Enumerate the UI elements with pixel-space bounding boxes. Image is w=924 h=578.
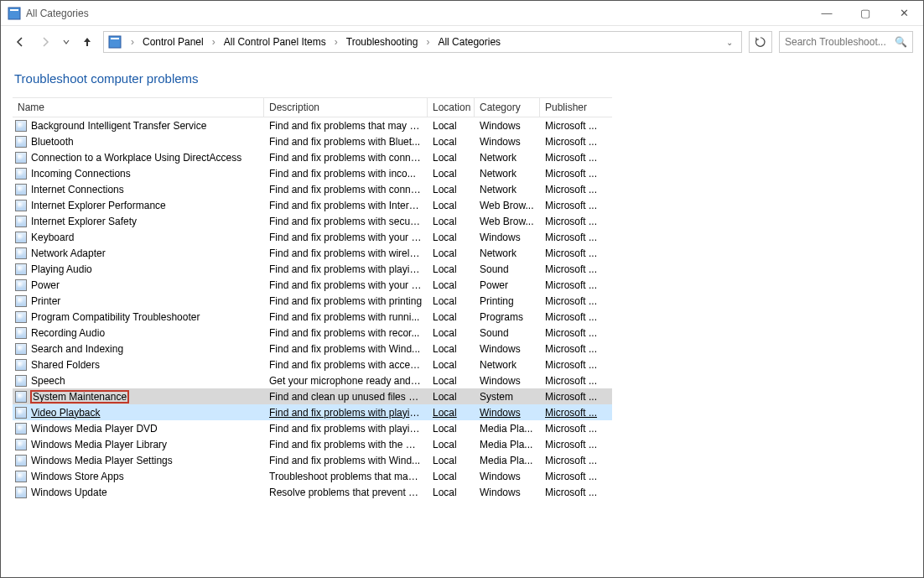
table-row[interactable]: Internet ConnectionsFind and fix problem… bbox=[13, 181, 612, 197]
table-row[interactable]: KeyboardFind and fix problems with your … bbox=[13, 229, 612, 245]
cell-description: Find and fix problems with playin... bbox=[264, 407, 428, 419]
breadcrumb-all-items[interactable]: All Control Panel Items bbox=[221, 36, 330, 48]
cell-publisher: Microsoft ... bbox=[540, 359, 609, 371]
row-label: Internet Connections bbox=[31, 184, 124, 195]
cell-description: Find and fix problems with Wind... bbox=[264, 343, 428, 355]
title-bar: All Categories — ▢ ✕ bbox=[1, 1, 923, 26]
cell-location: Local bbox=[428, 375, 475, 387]
cell-category: Web Brow... bbox=[475, 200, 540, 211]
breadcrumb-control-panel[interactable]: Control Panel bbox=[139, 36, 207, 48]
row-label: Internet Explorer Performance bbox=[31, 200, 166, 211]
cell-category: Sound bbox=[475, 327, 540, 339]
table-row[interactable]: Background Intelligent Transfer ServiceF… bbox=[13, 117, 612, 133]
table-row[interactable]: Internet Explorer PerformanceFind and fi… bbox=[13, 197, 612, 213]
cell-description: Find and fix problems with Wind... bbox=[264, 455, 428, 466]
cell-publisher: Microsoft ... bbox=[540, 232, 609, 243]
table-row[interactable]: Video PlaybackFind and fix problems with… bbox=[13, 404, 612, 420]
table-row[interactable]: Internet Explorer SafetyFind and fix pro… bbox=[13, 213, 612, 229]
row-label: Speech bbox=[31, 375, 65, 387]
table-row[interactable]: SpeechGet your microphone ready and f...… bbox=[13, 372, 612, 388]
row-label: Internet Explorer Safety bbox=[31, 216, 137, 227]
breadcrumb-sep-icon[interactable]: › bbox=[331, 36, 341, 48]
column-header-description[interactable]: Description bbox=[264, 98, 428, 117]
content-area: Troubleshoot computer problems Name Desc… bbox=[1, 58, 923, 577]
cell-category: Media Pla... bbox=[475, 439, 540, 450]
cell-publisher: Microsoft ... bbox=[540, 120, 609, 132]
up-button[interactable] bbox=[78, 33, 96, 51]
search-input[interactable] bbox=[785, 36, 907, 48]
search-box[interactable]: 🔍 bbox=[779, 31, 913, 53]
cell-category: Web Brow... bbox=[475, 216, 540, 227]
cell-publisher: Microsoft ... bbox=[540, 279, 609, 291]
cell-location: Local bbox=[428, 216, 475, 227]
table-row[interactable]: PrinterFind and fix problems with printi… bbox=[13, 293, 612, 309]
cell-location: Local bbox=[428, 343, 475, 355]
table-row[interactable]: Windows Media Player DVDFind and fix pro… bbox=[13, 420, 612, 436]
table-row[interactable]: Playing AudioFind and fix problems with … bbox=[13, 261, 612, 277]
refresh-button[interactable] bbox=[749, 31, 772, 53]
cell-publisher: Microsoft ... bbox=[540, 407, 609, 419]
cell-publisher: Microsoft ... bbox=[540, 439, 609, 450]
table-row[interactable]: Windows Store AppsTroubleshoot problems … bbox=[13, 468, 612, 484]
cell-description: Find and fix problems with securi... bbox=[264, 216, 428, 227]
cell-category: Media Pla... bbox=[475, 455, 540, 466]
search-index-icon bbox=[14, 342, 28, 356]
recent-locations-dropdown[interactable] bbox=[61, 33, 71, 51]
breadcrumb-sep-icon[interactable]: › bbox=[209, 36, 219, 48]
breadcrumb-all-categories[interactable]: All Categories bbox=[434, 36, 504, 48]
table-row[interactable]: Search and IndexingFind and fix problems… bbox=[13, 341, 612, 357]
table-row[interactable]: Connection to a Workplace Using DirectAc… bbox=[13, 149, 612, 165]
table-row[interactable]: System MaintenanceFind and clean up unus… bbox=[13, 388, 612, 404]
table-row[interactable]: Windows Media Player SettingsFind and fi… bbox=[13, 452, 612, 468]
breadcrumb-troubleshooting[interactable]: Troubleshooting bbox=[343, 36, 422, 48]
row-label: Shared Folders bbox=[31, 359, 100, 371]
shared-folders-icon bbox=[14, 358, 28, 372]
cell-name: Speech bbox=[13, 374, 264, 388]
table-row[interactable]: Windows UpdateResolve problems that prev… bbox=[13, 484, 612, 500]
minimize-button[interactable]: — bbox=[807, 1, 846, 25]
table-row[interactable]: Network AdapterFind and fix problems wit… bbox=[13, 245, 612, 261]
column-header-publisher[interactable]: Publisher bbox=[540, 98, 609, 117]
row-label: Connection to a Workplace Using DirectAc… bbox=[31, 152, 241, 164]
table-row[interactable]: PowerFind and fix problems with your c..… bbox=[13, 277, 612, 293]
cell-category: Windows bbox=[475, 407, 540, 419]
back-button[interactable] bbox=[11, 33, 29, 51]
cell-description: Find and fix problems with playin... bbox=[264, 263, 428, 275]
table-row[interactable]: Windows Media Player LibraryFind and fix… bbox=[13, 436, 612, 452]
svg-rect-1 bbox=[10, 9, 18, 11]
cell-name: System Maintenance bbox=[13, 390, 264, 404]
breadcrumb-sep-icon[interactable]: › bbox=[127, 36, 138, 48]
wmp-set-icon bbox=[14, 454, 28, 467]
cell-description: Find and fix problems with playin... bbox=[264, 423, 428, 435]
cell-location: Local bbox=[428, 120, 475, 132]
cell-description: Find and clean up unused files an... bbox=[264, 391, 428, 403]
column-header-location[interactable]: Location bbox=[428, 98, 475, 117]
table-row[interactable]: Program Compatibility TroubleshooterFind… bbox=[13, 309, 612, 325]
table-row[interactable]: Incoming ConnectionsFind and fix problem… bbox=[13, 165, 612, 181]
table-header: Name Description Location Category Publi… bbox=[13, 97, 612, 117]
cell-publisher: Microsoft ... bbox=[540, 136, 609, 148]
cell-category: Windows bbox=[475, 471, 540, 482]
cell-name: Keyboard bbox=[13, 231, 264, 244]
table-row[interactable]: Recording AudioFind and fix problems wit… bbox=[13, 325, 612, 341]
row-label: Video Playback bbox=[31, 407, 101, 419]
table-row[interactable]: BluetoothFind and fix problems with Blue… bbox=[13, 133, 612, 149]
cell-description: Find and fix problems with conne... bbox=[264, 152, 428, 164]
maximize-button[interactable]: ▢ bbox=[846, 1, 885, 25]
row-label: Program Compatibility Troubleshooter bbox=[31, 311, 200, 323]
address-bar[interactable]: › Control Panel › All Control Panel Item… bbox=[103, 31, 742, 53]
cell-location: Local bbox=[428, 279, 475, 291]
breadcrumb-sep-icon[interactable]: › bbox=[423, 36, 433, 48]
printer-icon bbox=[14, 294, 28, 308]
close-button[interactable]: ✕ bbox=[885, 1, 923, 25]
column-header-name[interactable]: Name bbox=[13, 98, 264, 117]
cell-location: Local bbox=[428, 168, 475, 180]
cell-category: Network bbox=[475, 247, 540, 259]
adapter-icon bbox=[14, 247, 28, 260]
table-row[interactable]: Shared FoldersFind and fix problems with… bbox=[13, 357, 612, 372]
cell-location: Local bbox=[428, 311, 475, 323]
audio-play-icon bbox=[14, 263, 28, 276]
column-header-category[interactable]: Category bbox=[475, 98, 540, 117]
address-history-dropdown[interactable]: ⌄ bbox=[721, 38, 738, 47]
forward-button[interactable] bbox=[36, 33, 55, 51]
